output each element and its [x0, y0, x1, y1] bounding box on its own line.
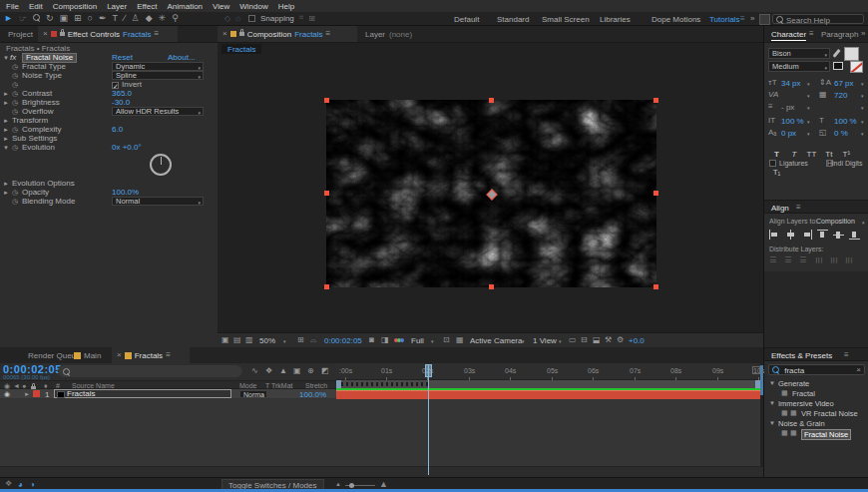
- distribute-left-button[interactable]: ☰: [814, 256, 823, 263]
- align-right-button[interactable]: [801, 230, 812, 240]
- distribute-vcenter-button[interactable]: ☰: [784, 255, 791, 264]
- share-frame-icon[interactable]: ▥: [245, 336, 253, 344]
- draft-3d-icon[interactable]: ❖: [265, 367, 272, 375]
- evolution-dial[interactable]: [150, 154, 172, 176]
- chevron-down-icon[interactable]: ▾: [861, 131, 864, 137]
- layer-duration-bar[interactable]: [336, 390, 760, 399]
- menu-layer[interactable]: Layer: [107, 2, 127, 11]
- tab-project[interactable]: Project: [8, 30, 33, 39]
- leading-value[interactable]: 67 px: [834, 79, 854, 88]
- tab-align[interactable]: Align: [771, 204, 789, 213]
- distribute-right-button[interactable]: ☰: [844, 256, 853, 263]
- snapping-checkbox[interactable]: [248, 15, 255, 22]
- transparency-grid-icon[interactable]: ▦: [456, 336, 464, 344]
- tab-character[interactable]: Character: [771, 30, 806, 41]
- eraser-tool-icon[interactable]: ◆: [146, 13, 153, 23]
- sync-status-icon[interactable]: ◕: [18, 480, 23, 489]
- blending-mode-dropdown[interactable]: Normal▾: [112, 197, 204, 206]
- brightness-value[interactable]: -30.0: [112, 98, 130, 107]
- fractal-type-dropdown[interactable]: Dynamic▾: [112, 62, 204, 71]
- pixel-aspect-icon[interactable]: ▭: [569, 336, 577, 344]
- stroke-color-swatch[interactable]: [833, 62, 843, 70]
- align-bottom-button[interactable]: [849, 230, 860, 240]
- faux-bold-button[interactable]: T: [770, 150, 783, 159]
- show-snapshot-icon[interactable]: ◨: [381, 336, 389, 344]
- mode-column[interactable]: Mode: [239, 382, 257, 389]
- trkmat-column[interactable]: T TrkMat: [265, 382, 292, 389]
- layer-twirl-icon[interactable]: ►: [24, 391, 30, 397]
- tab-paragraph[interactable]: Paragraph: [821, 30, 858, 39]
- layer-handle[interactable]: [653, 284, 658, 289]
- selection-tool-icon[interactable]: ►: [4, 13, 13, 23]
- layer-handle[interactable]: [324, 284, 329, 289]
- evolution-value[interactable]: 0x +0.0°: [112, 143, 142, 152]
- panel-menu-icon[interactable]: ≡: [166, 351, 171, 359]
- help-search[interactable]: Search Help: [772, 14, 864, 24]
- tab-effect-controls[interactable]: × Effect Controls Fractals ≡: [38, 26, 178, 42]
- chevron-down-icon[interactable]: ▾: [807, 105, 810, 111]
- stopwatch-icon[interactable]: ◷: [12, 125, 18, 134]
- all-caps-button[interactable]: TT: [805, 150, 818, 159]
- always-preview-icon[interactable]: ▣: [221, 336, 229, 344]
- clear-search-icon[interactable]: ×: [856, 366, 861, 374]
- mask-toggle-icon[interactable]: ⌓: [310, 336, 316, 344]
- resolution-dropdown[interactable]: Full: [411, 336, 424, 345]
- stopwatch-icon[interactable]: ◷: [12, 71, 18, 80]
- playhead-line[interactable]: [428, 364, 429, 475]
- tab-render-queue[interactable]: Render Queue: [28, 351, 80, 360]
- tab-layer[interactable]: Layer: [365, 30, 385, 39]
- chevron-down-icon[interactable]: ▾: [807, 119, 810, 125]
- distribute-hcenter-button[interactable]: ☰: [829, 256, 838, 263]
- layer-handle[interactable]: [489, 98, 494, 103]
- timeline-scrollbar[interactable]: [760, 363, 763, 466]
- workspace-tutorials[interactable]: Tutorials: [709, 15, 739, 24]
- stroke-style-dropdown[interactable]: ▾: [861, 105, 864, 111]
- layer-handle[interactable]: [653, 98, 658, 103]
- tree-item[interactable]: ▦ ▦ VR Fractal Noise: [764, 409, 868, 419]
- camera-dropdown[interactable]: Active Camera: [470, 336, 522, 345]
- layer-stretch-value[interactable]: 100.0%: [299, 390, 326, 399]
- panel-menu-icon[interactable]: ≡: [796, 204, 801, 212]
- distribute-top-button[interactable]: ☰: [769, 255, 776, 264]
- hand-tool-icon[interactable]: ☞: [19, 13, 27, 23]
- font-size-value[interactable]: 34 px: [781, 79, 801, 88]
- menu-view[interactable]: View: [213, 2, 229, 11]
- menu-effect[interactable]: Effect: [137, 2, 157, 11]
- stopwatch-icon[interactable]: ◷: [12, 98, 18, 107]
- exposure-value[interactable]: +0.0: [629, 336, 645, 345]
- workspace-small-screen[interactable]: Small Screen: [542, 15, 590, 24]
- twirl-icon[interactable]: ▼: [769, 400, 775, 406]
- stopwatch-icon[interactable]: ◷: [12, 188, 18, 197]
- align-center-horizontal-button[interactable]: [785, 230, 796, 240]
- frame-blending-icon[interactable]: ▣: [293, 367, 301, 375]
- layer-mode-dropdown[interactable]: Norma▾: [239, 390, 267, 398]
- close-icon[interactable]: ×: [117, 351, 122, 359]
- tsume-value[interactable]: 0 %: [834, 129, 848, 138]
- align-center-vertical-button[interactable]: [833, 230, 844, 240]
- tree-group[interactable]: ▼ Immersive Video: [764, 399, 868, 409]
- layer-handle[interactable]: [653, 191, 658, 196]
- baseline-shift-value[interactable]: 0 px: [781, 129, 796, 138]
- layer-name-box[interactable]: Fractals: [54, 389, 231, 398]
- layer-label-chip[interactable]: [33, 390, 40, 397]
- graph-editor-icon[interactable]: ◩: [321, 367, 329, 375]
- layer-visibility-icon[interactable]: ◉: [4, 390, 10, 398]
- small-caps-button[interactable]: Tt: [822, 150, 835, 159]
- tree-item-selected[interactable]: ▦ ▦ Fractal Noise: [764, 429, 868, 439]
- fill-color-swatch[interactable]: [844, 47, 859, 61]
- distribute-bottom-button[interactable]: ☰: [799, 255, 806, 264]
- layer-handle[interactable]: [489, 284, 494, 289]
- panel-menu-icon[interactable]: ≡: [154, 30, 159, 38]
- exposure-gear-icon[interactable]: ⚙: [617, 336, 624, 344]
- stroke-width-value[interactable]: - px: [781, 103, 794, 112]
- composition-mini-flowchart-icon[interactable]: ∿: [251, 367, 258, 375]
- zoom-tool-icon[interactable]: [33, 13, 40, 23]
- workspace-libraries[interactable]: Libraries: [600, 15, 631, 24]
- main-display-icon[interactable]: ▤: [233, 336, 241, 344]
- timeline-ruler[interactable]: :00s 01s 02s 03s 04s 05s 06s 07s 08s 09s…: [336, 363, 763, 380]
- menu-animation[interactable]: Animation: [167, 2, 203, 11]
- eyedropper-icon[interactable]: [832, 49, 840, 58]
- ligatures-checkbox[interactable]: [769, 160, 776, 167]
- twirl-icon[interactable]: ▼: [769, 420, 775, 426]
- menu-file[interactable]: File: [6, 2, 19, 11]
